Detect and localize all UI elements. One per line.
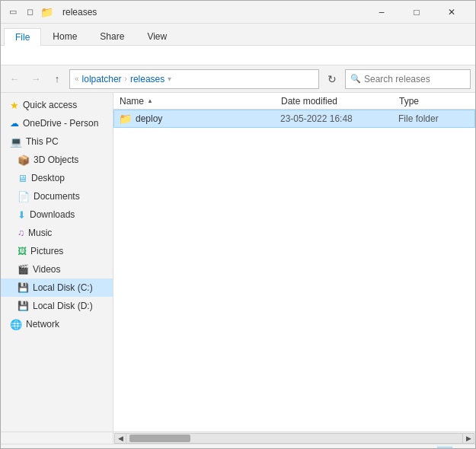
- ribbon-tabs: File Home Share View: [1, 24, 475, 45]
- sidebar-item-videos[interactable]: 🎬 Videos: [1, 260, 113, 279]
- address-bar: ← → ↑ « lolpatcher › releases ▾ ↻ 🔍: [1, 65, 475, 93]
- videos-icon: 🎬: [18, 264, 29, 275]
- search-input[interactable]: [364, 74, 465, 84]
- sidebar-item-quick-access[interactable]: ★ Quick access: [1, 96, 113, 114]
- tab-view[interactable]: View: [136, 27, 178, 45]
- network-icon: 🌐: [10, 319, 22, 330]
- title-icon-1: ▭: [7, 6, 19, 18]
- main-area: ★ Quick access ☁ OneDrive - Person 💻 Thi…: [1, 93, 475, 431]
- folder-blue-icon-desktop: 🖥: [18, 173, 27, 184]
- col-header-type[interactable]: Type: [396, 96, 472, 107]
- pc-icon: 💻: [10, 136, 22, 148]
- search-icon: 🔍: [350, 74, 361, 84]
- scroll-track[interactable]: [126, 433, 462, 444]
- column-headers: Name ▲ Date modified Type: [113, 93, 475, 110]
- col-header-name[interactable]: Name ▲: [117, 93, 278, 109]
- sidebar-item-music[interactable]: ♫ Music: [1, 224, 113, 242]
- address-arrow-2: ▾: [168, 75, 171, 83]
- sidebar: ★ Quick access ☁ OneDrive - Person 💻 Thi…: [1, 93, 113, 431]
- sidebar-item-network[interactable]: 🌐 Network: [1, 315, 113, 333]
- scroll-left-button[interactable]: ◀: [114, 433, 126, 444]
- forward-button[interactable]: →: [27, 70, 45, 88]
- address-path[interactable]: « lolpatcher › releases ▾: [69, 69, 319, 89]
- music-icon: ♫: [18, 228, 24, 238]
- view-controls: [437, 447, 469, 450]
- file-name: deploy: [136, 113, 277, 124]
- ribbon-content: [1, 46, 475, 65]
- title-icon-2: ◻: [24, 6, 36, 18]
- sidebar-item-documents[interactable]: 📄 Documents: [1, 187, 113, 205]
- scroll-thumb[interactable]: [129, 435, 190, 442]
- window-controls: – □ ✕: [364, 1, 469, 24]
- disk-c-icon: 💾: [18, 282, 29, 293]
- window-title: releases: [62, 7, 364, 18]
- close-button[interactable]: ✕: [434, 1, 469, 24]
- details-view-button[interactable]: [437, 447, 452, 450]
- col-header-date[interactable]: Date modified: [278, 96, 396, 107]
- sidebar-item-3d-objects[interactable]: 📦 3D Objects: [1, 151, 113, 169]
- file-folder-icon: 📁: [117, 113, 133, 125]
- back-button[interactable]: ←: [5, 70, 24, 88]
- sort-arrow-up: ▲: [147, 97, 153, 104]
- title-bar-icons: ▭ ◻ 📁: [7, 6, 56, 18]
- up-button[interactable]: ↑: [48, 70, 66, 88]
- tab-home[interactable]: Home: [41, 27, 88, 45]
- search-box[interactable]: 🔍: [345, 69, 471, 89]
- folder-icon: 📁: [40, 6, 53, 18]
- sidebar-label-local-d: Local Disk (D:): [33, 301, 93, 311]
- disk-d-icon: 💾: [18, 301, 29, 311]
- sidebar-item-desktop[interactable]: 🖥 Desktop: [1, 169, 113, 187]
- sidebar-item-pictures[interactable]: 🖼 Pictures: [1, 242, 113, 260]
- sidebar-label-3d: 3D Objects: [34, 154, 78, 165]
- col-date-label: Date modified: [281, 96, 337, 107]
- col-name-label: Name: [120, 96, 144, 107]
- sidebar-label-this-pc: This PC: [26, 136, 59, 147]
- crumb-releases[interactable]: releases: [130, 74, 165, 84]
- sidebar-label-network: Network: [26, 319, 59, 330]
- sidebar-item-local-c[interactable]: 💾 Local Disk (C:): [1, 279, 113, 297]
- col-type-label: Type: [399, 96, 419, 107]
- crumb-lolpatcher[interactable]: lolpatcher: [82, 74, 122, 84]
- content-area: Name ▲ Date modified Type 📁 deploy 23-05…: [113, 93, 475, 431]
- sidebar-label-music: Music: [28, 228, 52, 238]
- file-list: 📁 deploy 23-05-2022 16:48 File folder: [113, 110, 475, 431]
- maximize-button[interactable]: □: [399, 1, 434, 24]
- scrollbar-area: ◀ ▶: [1, 431, 475, 444]
- address-chevron: «: [75, 75, 79, 83]
- sidebar-label-desktop: Desktop: [31, 173, 65, 183]
- folder-blue-icon-3d: 📦: [18, 154, 30, 166]
- tab-file[interactable]: File: [4, 28, 41, 46]
- sidebar-label-pictures: Pictures: [30, 246, 63, 256]
- scroll-right-button[interactable]: ▶: [462, 433, 474, 444]
- title-bar: ▭ ◻ 📁 releases – □ ✕: [1, 1, 475, 24]
- tab-share[interactable]: Share: [88, 27, 136, 45]
- sidebar-scroll-filler: [1, 432, 113, 444]
- minimize-button[interactable]: –: [364, 1, 399, 24]
- pictures-icon: 🖼: [18, 246, 27, 256]
- star-icon: ★: [10, 100, 19, 111]
- sidebar-item-downloads[interactable]: ⬇ Downloads: [1, 205, 113, 224]
- sidebar-label-quick-access: Quick access: [23, 100, 77, 110]
- sidebar-label-documents: Documents: [34, 191, 80, 202]
- file-date: 23-05-2022 16:48: [277, 113, 395, 124]
- folder-down-icon: ⬇: [18, 209, 26, 221]
- sidebar-item-local-d[interactable]: 💾 Local Disk (D:): [1, 297, 113, 315]
- status-bar: 1 item | 1 item selected: [1, 444, 475, 449]
- folder-doc-icon: 📄: [18, 191, 30, 202]
- table-row[interactable]: 📁 deploy 23-05-2022 16:48 File folder: [113, 110, 475, 128]
- sidebar-label-onedrive: OneDrive - Person: [23, 118, 98, 129]
- sidebar-label-videos: Videos: [33, 264, 60, 275]
- sidebar-label-downloads: Downloads: [30, 209, 75, 220]
- cloud-icon: ☁: [10, 118, 19, 129]
- address-arrow-1: ›: [125, 75, 127, 83]
- sidebar-label-local-c: Local Disk (C:): [33, 282, 93, 293]
- tiles-view-button[interactable]: [454, 447, 469, 450]
- file-type: File folder: [395, 113, 471, 124]
- ribbon: File Home Share View: [1, 24, 475, 46]
- refresh-button[interactable]: ↻: [322, 69, 342, 89]
- sidebar-item-onedrive[interactable]: ☁ OneDrive - Person: [1, 114, 113, 132]
- h-scrollbar[interactable]: ◀ ▶: [113, 432, 475, 444]
- sidebar-item-this-pc[interactable]: 💻 This PC: [1, 132, 113, 151]
